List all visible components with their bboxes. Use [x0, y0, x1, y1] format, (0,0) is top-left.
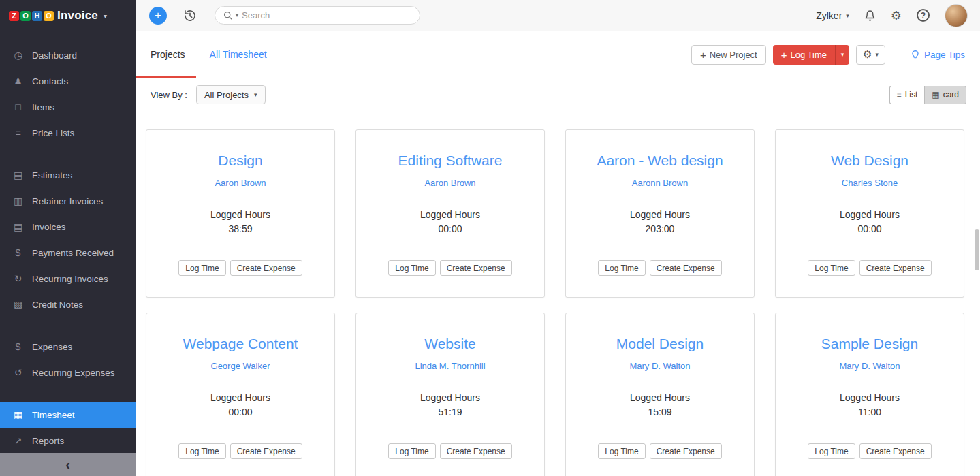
create-expense-button[interactable]: Create Expense: [230, 260, 302, 276]
sidebar-item-credit-notes[interactable]: ▧ Credit Notes: [0, 291, 136, 317]
create-expense-button[interactable]: Create Expense: [440, 260, 512, 276]
sidebar-item-expenses[interactable]: $ Expenses: [0, 334, 136, 360]
sidebar-item-retainer-invoices[interactable]: ▥ Retainer Invoices: [0, 188, 136, 214]
view-toggle: ≡ List ▦ card: [889, 86, 966, 104]
log-time-split-button: + Log Time ▾: [773, 45, 849, 65]
card-view-label: card: [943, 90, 959, 99]
log-time-button[interactable]: Log Time: [178, 260, 225, 276]
tab-projects[interactable]: Projects: [151, 31, 185, 78]
topbar: ZOHO Invoice ▾ + ▾ Zylker ▾: [0, 0, 980, 31]
org-name: Zylker: [816, 10, 842, 21]
sidebar-item-recurring-invoices[interactable]: ↻ Recurring Invoices: [0, 266, 136, 291]
project-client[interactable]: Mary D. Walton: [566, 361, 754, 371]
view-by-dropdown[interactable]: All Projects ▾: [196, 85, 266, 104]
plus-icon: +: [700, 50, 706, 60]
topbar-right: Zylker ▾ ⚙ ?: [816, 4, 968, 27]
help-icon[interactable]: ?: [917, 9, 930, 22]
project-name[interactable]: Website: [356, 335, 544, 353]
project-client[interactable]: Aaronn Brown: [566, 178, 754, 188]
page-tips-button[interactable]: Page Tips: [911, 50, 965, 60]
project-client[interactable]: Aaron Brown: [356, 178, 544, 188]
project-client[interactable]: Linda M. Thornhill: [356, 361, 544, 371]
sidebar-item-label: Price Lists: [32, 128, 74, 138]
sidebar-item-estimates[interactable]: ▤ Estimates: [0, 162, 136, 188]
view-by-label: View By :: [151, 90, 187, 100]
search-input[interactable]: [242, 10, 411, 20]
create-expense-button[interactable]: Create Expense: [650, 260, 722, 276]
log-time-label: Log Time: [790, 50, 826, 60]
notifications-bell-icon[interactable]: [864, 10, 876, 22]
log-time-dropdown-button[interactable]: ▾: [835, 45, 849, 65]
sidebar-item-label: Dashboard: [32, 50, 77, 61]
log-time-button[interactable]: + Log Time: [773, 45, 835, 65]
log-time-button[interactable]: Log Time: [808, 443, 855, 459]
project-name[interactable]: Aaron - Web design: [566, 152, 754, 170]
project-name[interactable]: Editing Software: [356, 152, 544, 170]
lightbulb-icon: [911, 50, 920, 60]
search-scope-caret-icon[interactable]: ▾: [236, 12, 238, 18]
sidebar-item-timesheet[interactable]: ▦ Timesheet: [0, 402, 136, 428]
sidebar-item-recurring-expenses[interactable]: ↺ Recurring Expenses: [0, 360, 136, 385]
sidebar-item-label: Credit Notes: [32, 300, 83, 310]
list-view-button[interactable]: ≡ List: [889, 86, 925, 104]
sidebar-item-price-lists[interactable]: ≡ Price Lists: [0, 120, 136, 146]
new-project-button[interactable]: + New Project: [691, 45, 766, 65]
create-expense-button[interactable]: Create Expense: [650, 443, 722, 459]
sidebar-item-payments-received[interactable]: $ Payments Received: [0, 240, 136, 266]
page-settings-dropdown-button[interactable]: ⚙ ▾: [856, 45, 885, 65]
project-name[interactable]: Model Design: [566, 335, 754, 353]
project-name[interactable]: Web Design: [776, 152, 964, 170]
org-switcher[interactable]: Zylker ▾: [816, 10, 849, 21]
project-client[interactable]: George Walker: [146, 361, 334, 371]
contacts-icon: ♟: [12, 76, 24, 86]
tab-all-timesheet[interactable]: All Timesheet: [210, 31, 267, 78]
page-tips-label: Page Tips: [924, 50, 965, 60]
log-time-button[interactable]: Log Time: [388, 260, 435, 276]
card-actions: Log Time Create Expense: [776, 260, 964, 276]
sidebar-item-label: Timesheet: [32, 410, 75, 420]
search-icon: [223, 11, 232, 20]
logged-hours-value: 00:00: [776, 223, 964, 234]
sidebar-collapse-button[interactable]: ‹: [0, 453, 136, 476]
brand[interactable]: ZOHO Invoice ▾: [0, 0, 136, 31]
log-time-button[interactable]: Log Time: [178, 443, 225, 459]
sidebar-item-label: Contacts: [32, 76, 68, 86]
sidebar-item-reports[interactable]: ↗ Reports: [0, 428, 136, 454]
settings-gear-icon[interactable]: ⚙: [891, 8, 902, 23]
card-actions: Log Time Create Expense: [776, 443, 964, 459]
divider: [373, 434, 527, 434]
card-actions: Log Time Create Expense: [146, 443, 334, 459]
quick-create-button[interactable]: +: [149, 7, 167, 25]
logged-hours-value: 15:09: [566, 407, 754, 417]
sidebar-item-items[interactable]: □ Items: [0, 94, 136, 120]
create-expense-button[interactable]: Create Expense: [440, 443, 512, 459]
sidebar-item-dashboard[interactable]: ◷ Dashboard: [0, 42, 136, 68]
project-client[interactable]: Charles Stone: [776, 178, 964, 188]
card-view-button[interactable]: ▦ card: [924, 86, 966, 104]
create-expense-button[interactable]: Create Expense: [230, 443, 302, 459]
project-client[interactable]: Aaron Brown: [146, 178, 334, 188]
project-client[interactable]: Mary D. Walton: [776, 361, 964, 371]
create-expense-button[interactable]: Create Expense: [859, 443, 932, 459]
page-header: Projects All Timesheet + New Project + L…: [136, 31, 980, 78]
zoho-logo-tile: Z: [9, 11, 19, 21]
chevron-down-icon[interactable]: ▾: [104, 12, 107, 20]
sidebar-item-contacts[interactable]: ♟ Contacts: [0, 68, 136, 94]
log-time-button[interactable]: Log Time: [808, 260, 855, 276]
project-name[interactable]: Webpage Content: [146, 335, 334, 353]
search-bar[interactable]: ▾: [215, 6, 420, 25]
log-time-button[interactable]: Log Time: [598, 260, 645, 276]
recent-history-icon[interactable]: [183, 9, 197, 22]
project-cards-grid: Design Aaron Brown Logged Hours 38:59 Lo…: [136, 111, 980, 476]
scrollbar-thumb[interactable]: [975, 229, 979, 270]
avatar[interactable]: [945, 4, 968, 27]
project-name[interactable]: Design: [146, 152, 334, 170]
create-expense-button[interactable]: Create Expense: [859, 260, 932, 276]
log-time-button[interactable]: Log Time: [598, 443, 645, 459]
divider: [793, 434, 947, 434]
project-name[interactable]: Sample Design: [776, 335, 964, 353]
gear-icon: ⚙: [863, 48, 872, 61]
sidebar-item-invoices[interactable]: ▤ Invoices: [0, 214, 136, 240]
log-time-button[interactable]: Log Time: [388, 443, 435, 459]
sidebar: ◷ Dashboard ♟ Contacts □ Items ≡ Price L…: [0, 31, 136, 476]
